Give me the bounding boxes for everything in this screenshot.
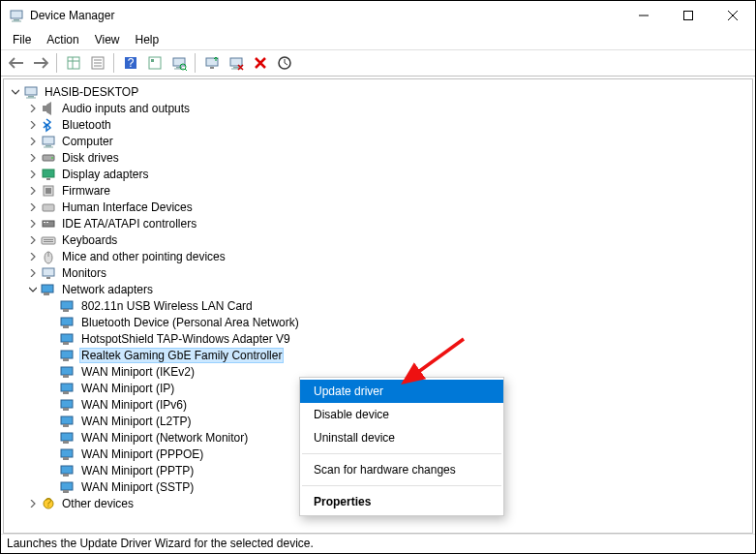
chevron-right-icon[interactable]	[25, 216, 41, 231]
toolbar: ?	[1, 49, 755, 77]
ctx-sep	[302, 453, 501, 454]
help-button[interactable]: ?	[119, 52, 141, 74]
audio-icon	[41, 101, 56, 116]
minimize-button[interactable]	[621, 1, 666, 30]
view-button[interactable]	[143, 52, 166, 74]
display-icon	[41, 167, 56, 182]
disk-icon	[41, 150, 56, 166]
net-icon	[60, 430, 76, 446]
update-driver-button[interactable]	[200, 52, 223, 74]
net-icon	[60, 479, 76, 495]
menu-file[interactable]: File	[5, 31, 39, 48]
close-button[interactable]	[711, 1, 755, 30]
properties-button[interactable]	[86, 52, 108, 74]
tree-item[interactable]: HotspotShield TAP-Windows Adapter V9	[4, 330, 752, 347]
tree-item-label: Mice and other pointing devices	[60, 249, 227, 264]
net-icon	[60, 315, 76, 330]
show-hidden-button[interactable]	[62, 52, 84, 74]
ctx-properties[interactable]: Properties	[300, 490, 503, 513]
tree-item[interactable]: Monitors	[4, 264, 752, 281]
tree-item-label: HotspotShield TAP-Windows Adapter V9	[79, 331, 292, 347]
tree-item-label: Keyboards	[60, 232, 119, 248]
chevron-right-icon[interactable]	[25, 117, 41, 133]
tree-item[interactable]: Disk drives	[4, 149, 752, 166]
chevron-right-icon[interactable]	[25, 150, 41, 166]
caret-spacer	[45, 446, 60, 462]
chevron-right-icon[interactable]	[25, 167, 41, 182]
tree-item-label: Network adapters	[60, 282, 155, 297]
chevron-right-icon[interactable]	[25, 200, 41, 215]
chevron-down-icon[interactable]	[25, 282, 41, 297]
tree-item-label: IDE ATA/ATAPI controllers	[60, 216, 198, 231]
titlebar: Device Manager	[1, 1, 755, 30]
tree-item[interactable]: 802.11n USB Wireless LAN Card	[4, 297, 752, 314]
ctx-uninstall-device[interactable]: Uninstall device	[300, 426, 503, 449]
caret-spacer	[45, 463, 60, 478]
caret-spacer	[45, 381, 60, 396]
chevron-down-icon[interactable]	[8, 84, 23, 100]
tree-item[interactable]: Display adapters	[4, 166, 752, 182]
ctx-disable-device[interactable]: Disable device	[300, 403, 503, 426]
caret-spacer	[45, 397, 60, 413]
svg-text:?: ?	[127, 56, 134, 70]
fw-icon	[41, 183, 56, 199]
tree-item[interactable]: HASIB-DESKTOP	[4, 83, 752, 100]
window-title: Device Manager	[30, 9, 621, 22]
menu-help[interactable]: Help	[128, 31, 167, 48]
tree-item-label: WAN Miniport (PPPOE)	[79, 446, 205, 462]
forward-button[interactable]	[29, 52, 51, 74]
tree-item-label: Audio inputs and outputs	[60, 101, 192, 116]
tree-item[interactable]: Bluetooth	[4, 116, 752, 133]
tree-item[interactable]: Mice and other pointing devices	[4, 248, 752, 264]
chevron-right-icon[interactable]	[25, 265, 41, 281]
net-icon	[60, 298, 76, 314]
menu-view[interactable]: View	[87, 31, 128, 48]
tree-item[interactable]: IDE ATA/ATAPI controllers	[4, 215, 752, 231]
net-icon	[60, 397, 76, 413]
status-bar: Launches the Update Driver Wizard for th…	[1, 534, 755, 553]
svg-line-44	[185, 69, 187, 71]
tree-item-label: Firmware	[60, 183, 112, 199]
chevron-right-icon[interactable]	[25, 101, 41, 116]
uninstall-button[interactable]	[225, 52, 247, 74]
tree-item[interactable]: Network adapters	[4, 281, 752, 297]
pc-icon	[41, 134, 56, 149]
chevron-right-icon[interactable]	[25, 183, 41, 199]
tree-item-label: WAN Miniport (IP)	[79, 381, 176, 396]
tree-item-label: Human Interface Devices	[60, 200, 195, 215]
chevron-right-icon[interactable]	[25, 134, 41, 149]
svg-rect-32	[68, 57, 79, 69]
tree-item[interactable]: Audio inputs and outputs	[4, 100, 752, 116]
caret-spacer	[45, 298, 60, 314]
tree-item[interactable]: Keyboards	[4, 231, 752, 248]
net-icon	[60, 348, 76, 363]
chevron-right-icon[interactable]	[25, 249, 41, 264]
tree-item-label: Monitors	[60, 265, 108, 281]
maximize-button[interactable]	[666, 1, 711, 30]
disable-button[interactable]	[249, 52, 271, 74]
net-icon	[60, 331, 76, 347]
chevron-right-icon[interactable]	[25, 232, 41, 248]
tree-item-label: Computer	[60, 134, 115, 149]
tree-item[interactable]: Bluetooth Device (Personal Area Network)	[4, 314, 752, 330]
caret-spacer	[45, 479, 60, 495]
chevron-right-icon[interactable]	[25, 496, 41, 511]
tree-item[interactable]: Realtek Gaming GbE Family Controller	[4, 347, 752, 363]
tree-item-label: WAN Miniport (Network Monitor)	[79, 430, 250, 446]
svg-rect-41	[149, 57, 161, 69]
tree-item-label: Bluetooth	[60, 117, 113, 133]
ctx-update-driver[interactable]: Update driver	[300, 380, 503, 403]
tree-item[interactable]: Computer	[4, 133, 752, 149]
scan-button[interactable]	[167, 52, 190, 74]
mon-icon	[41, 265, 56, 281]
menu-action[interactable]: Action	[39, 31, 86, 48]
kbd-icon	[41, 232, 56, 248]
tree-item[interactable]: Firmware	[4, 182, 752, 199]
svg-rect-29	[684, 12, 693, 20]
net-icon	[60, 414, 76, 429]
tree-item-label: HASIB-DESKTOP	[43, 84, 140, 100]
back-button[interactable]	[5, 52, 27, 74]
ctx-scan[interactable]: Scan for hardware changes	[300, 458, 503, 481]
enable-button[interactable]	[273, 52, 295, 74]
tree-item[interactable]: Human Interface Devices	[4, 199, 752, 215]
